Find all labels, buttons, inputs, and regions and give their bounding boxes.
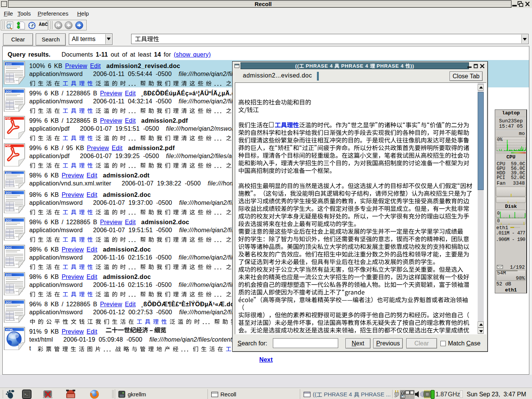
svg-text:>_: >_: [24, 393, 28, 396]
